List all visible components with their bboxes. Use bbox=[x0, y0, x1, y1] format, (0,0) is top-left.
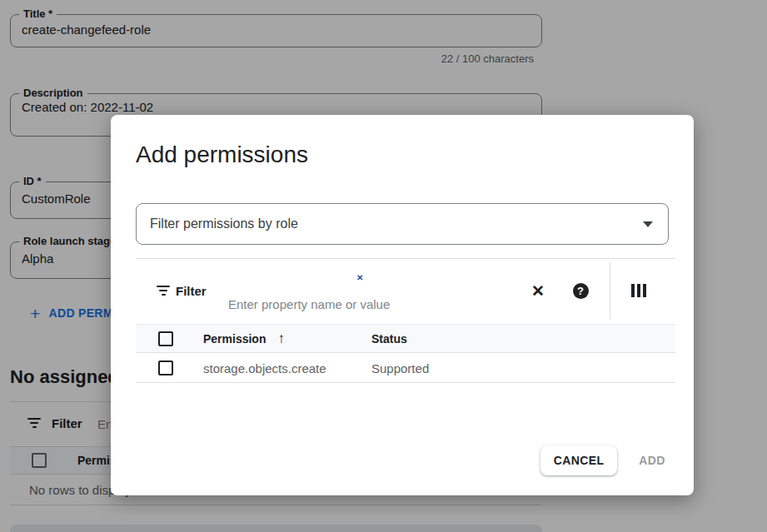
column-status[interactable]: Status bbox=[371, 332, 675, 346]
column-permission[interactable]: Permission bbox=[203, 332, 266, 346]
row-permission: storage.objects.create bbox=[203, 361, 371, 375]
clear-filters-button[interactable]: ✕ bbox=[526, 279, 550, 302]
add-permissions-dialog: Add permissions Filter permissions by ro… bbox=[111, 115, 694, 495]
sort-ascending-icon[interactable]: ↑ bbox=[277, 331, 285, 347]
chip-remove-icon[interactable]: ✕ bbox=[353, 271, 367, 285]
divider bbox=[610, 262, 610, 320]
row-checkbox[interactable] bbox=[158, 360, 173, 375]
filter-by-role-dropdown[interactable]: Filter permissions by role bbox=[136, 203, 669, 245]
table-row[interactable]: storage.objects.create Supported bbox=[136, 354, 675, 383]
cancel-button[interactable]: CANCEL bbox=[540, 445, 617, 475]
help-icon: ? bbox=[573, 283, 589, 299]
close-icon: ✕ bbox=[356, 273, 363, 282]
filter-chip-label: storage.objects.create bbox=[232, 271, 347, 285]
filter-input[interactable]: Enter property name or value bbox=[228, 297, 390, 311]
permissions-filter-toolbar: Filter storage.objects.create ✕ Enter pr… bbox=[136, 258, 675, 324]
columns-icon bbox=[631, 284, 646, 297]
select-all-checkbox[interactable] bbox=[158, 331, 173, 346]
filter-help-button[interactable]: ? bbox=[569, 279, 592, 302]
filter-icon bbox=[157, 286, 170, 296]
row-status: Supported bbox=[371, 361, 675, 375]
help-glyph: ? bbox=[577, 285, 584, 297]
filter-label: Filter bbox=[176, 284, 207, 298]
column-display-options-button[interactable] bbox=[627, 279, 650, 302]
filter-by-role-placeholder: Filter permissions by role bbox=[150, 216, 298, 231]
add-button[interactable]: ADD bbox=[629, 445, 675, 475]
chevron-down-icon bbox=[643, 221, 653, 227]
filter-chip[interactable]: storage.objects.create ✕ bbox=[222, 267, 372, 288]
permissions-table-header: Permission ↑ Status bbox=[136, 324, 675, 353]
dialog-title: Add permissions bbox=[136, 142, 308, 168]
close-icon: ✕ bbox=[531, 281, 545, 301]
